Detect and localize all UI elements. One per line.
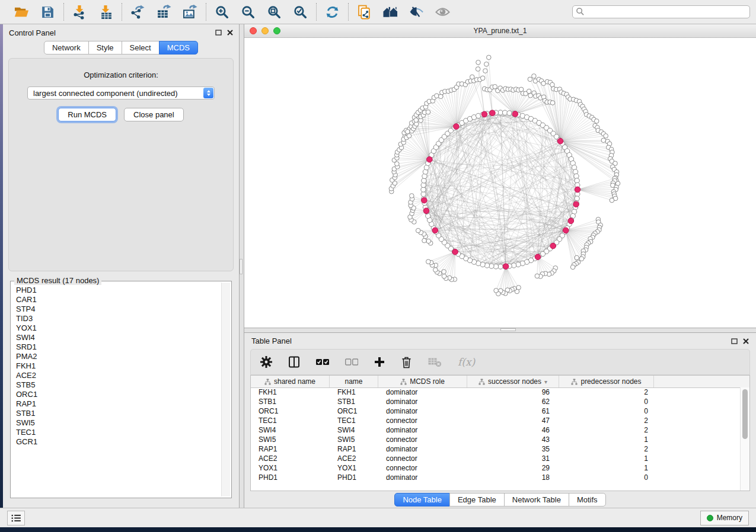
- column-header-name[interactable]: name: [330, 376, 378, 387]
- table-cell[interactable]: SWI5: [330, 435, 378, 444]
- table-cell[interactable]: 1: [559, 454, 654, 463]
- table-cell[interactable]: 31: [467, 454, 559, 463]
- mcds-result-item[interactable]: STP4: [12, 305, 221, 314]
- table-cell[interactable]: 0: [559, 406, 654, 416]
- export-image-icon[interactable]: [182, 4, 198, 20]
- table-cell[interactable]: 0: [559, 473, 654, 482]
- mcds-result-item[interactable]: FKH1: [12, 361, 221, 371]
- table-cell[interactable]: YOX1: [251, 463, 330, 473]
- import-network-icon[interactable]: [72, 4, 88, 20]
- task-history-button[interactable]: [7, 511, 25, 525]
- export-table-icon[interactable]: [156, 4, 172, 20]
- new-network-from-selection-icon[interactable]: [356, 4, 372, 20]
- table-cell[interactable]: dominator: [378, 397, 467, 406]
- table-cell[interactable]: YOX1: [330, 463, 378, 473]
- table-cell[interactable]: 29: [467, 463, 559, 473]
- tab-edge-table[interactable]: Edge Table: [449, 493, 505, 507]
- zoom-in-icon[interactable]: [214, 4, 230, 20]
- network-canvas[interactable]: [244, 38, 756, 328]
- table-cell[interactable]: connector: [378, 416, 467, 425]
- table-cell[interactable]: connector: [378, 463, 467, 473]
- column-header-successor-nodes[interactable]: successor nodes▾: [467, 376, 559, 387]
- mcds-result-item[interactable]: TID3: [12, 314, 221, 323]
- scrollbar-thumb[interactable]: [742, 389, 748, 439]
- apply-layout-icon[interactable]: [324, 4, 340, 20]
- mcds-result-item[interactable]: CAR1: [12, 295, 221, 305]
- table-cell[interactable]: 1: [559, 435, 654, 444]
- table-cell[interactable]: RAP1: [251, 444, 330, 454]
- zoom-out-icon[interactable]: [240, 4, 256, 20]
- table-row[interactable]: PHD1PHD1dominator180: [251, 473, 741, 482]
- create-column-icon[interactable]: [374, 357, 385, 367]
- table-cell[interactable]: FKH1: [330, 387, 378, 397]
- table-cell[interactable]: SWI4: [330, 425, 378, 435]
- mcds-result-item[interactable]: PMA2: [12, 352, 221, 361]
- table-row[interactable]: FKH1FKH1dominator962: [251, 387, 741, 397]
- mcds-result-item[interactable]: ACE2: [12, 371, 221, 380]
- table-cell[interactable]: 43: [467, 435, 559, 444]
- table-cell[interactable]: TEC1: [330, 416, 378, 425]
- table-cell[interactable]: FKH1: [251, 387, 330, 397]
- save-session-icon[interactable]: [40, 4, 56, 20]
- show-graphics-details-icon[interactable]: [409, 4, 425, 20]
- table-cell[interactable]: RAP1: [330, 444, 378, 454]
- float-panel-icon[interactable]: [215, 30, 222, 36]
- mcds-result-scrollbar[interactable]: [221, 283, 230, 496]
- tab-node-table[interactable]: Node Table: [394, 493, 450, 507]
- mcds-result-item[interactable]: SWI5: [12, 418, 221, 428]
- float-panel-icon[interactable]: [731, 338, 738, 344]
- mcds-result-item[interactable]: STB5: [12, 380, 221, 390]
- table-cell[interactable]: STB1: [330, 397, 378, 406]
- deselect-all-icon[interactable]: [345, 358, 358, 366]
- mcds-result-item[interactable]: YOX1: [12, 323, 221, 333]
- delete-column-trash-icon[interactable]: [401, 356, 412, 368]
- mcds-result-item[interactable]: PHD1: [12, 286, 221, 295]
- network-graph[interactable]: [244, 38, 756, 328]
- column-header-mcds-role[interactable]: MCDS role: [378, 376, 467, 387]
- mcds-result-item[interactable]: RAP1: [12, 399, 221, 409]
- table-cell[interactable]: connector: [378, 435, 467, 444]
- table-cell[interactable]: connector: [378, 454, 467, 463]
- mcds-result-item[interactable]: SRD1: [12, 342, 221, 352]
- mcds-result-item[interactable]: ORC1: [12, 390, 221, 399]
- close-panel-button[interactable]: Close panel: [124, 108, 184, 121]
- table-cell[interactable]: SWI4: [251, 425, 330, 435]
- column-header-shared-name[interactable]: shared name: [251, 376, 330, 387]
- table-cell[interactable]: 2: [559, 416, 654, 425]
- table-scrollbar[interactable]: [740, 387, 749, 491]
- mcds-result-list[interactable]: PHD1CAR1STP4TID3YOX1SWI4SRD1PMA2FKH1ACE2…: [12, 286, 221, 496]
- table-cell[interactable]: ACE2: [330, 454, 378, 463]
- close-panel-icon[interactable]: [743, 338, 749, 344]
- mcds-result-item[interactable]: GCR1: [12, 437, 221, 447]
- table-cell[interactable]: dominator: [378, 387, 467, 397]
- table-cell[interactable]: 2: [559, 425, 654, 435]
- table-cell[interactable]: dominator: [378, 406, 467, 416]
- table-cell[interactable]: 0: [559, 397, 654, 406]
- horizontal-splitter[interactable]: [244, 328, 756, 333]
- export-network-icon[interactable]: [130, 4, 146, 20]
- table-cell[interactable]: 2: [559, 387, 654, 397]
- table-row[interactable]: ORC1ORC1dominator610: [251, 406, 741, 416]
- table-row[interactable]: TEC1TEC1connector472: [251, 416, 741, 425]
- table-cell[interactable]: dominator: [378, 473, 467, 482]
- table-row[interactable]: STB1STB1dominator620: [251, 397, 741, 406]
- table-cell[interactable]: 47: [467, 416, 559, 425]
- table-cell[interactable]: 61: [467, 406, 559, 416]
- table-settings-gear-icon[interactable]: [260, 356, 272, 368]
- zoom-selected-icon[interactable]: [292, 4, 308, 20]
- table-cell[interactable]: ORC1: [330, 406, 378, 416]
- tab-motifs[interactable]: Motifs: [569, 493, 606, 507]
- table-cell[interactable]: dominator: [378, 444, 467, 454]
- table-cell[interactable]: 46: [467, 425, 559, 435]
- table-cell[interactable]: TEC1: [251, 416, 330, 425]
- search-input[interactable]: [572, 5, 750, 18]
- show-columns-icon[interactable]: [288, 356, 300, 368]
- tab-network[interactable]: Network: [44, 41, 89, 55]
- tab-mcds[interactable]: MCDS: [159, 41, 198, 55]
- table-cell[interactable]: 2: [559, 444, 654, 454]
- table-row[interactable]: ACE2ACE2connector311: [251, 454, 741, 463]
- criterion-select[interactable]: largest connected component (undirected): [27, 86, 215, 100]
- open-file-icon[interactable]: [14, 4, 30, 20]
- table-row[interactable]: RAP1RAP1dominator352: [251, 444, 741, 454]
- table-cell[interactable]: 62: [467, 397, 559, 406]
